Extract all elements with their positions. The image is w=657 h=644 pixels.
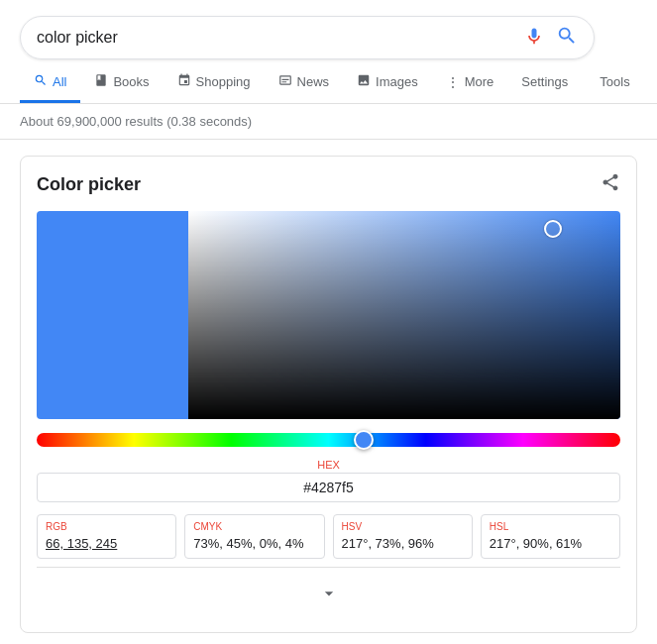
hue-slider-track[interactable] — [37, 433, 620, 447]
hsl-value: 217°, 90%, 61% — [490, 536, 582, 551]
search-icons — [524, 25, 578, 52]
results-count: About 69,900,000 results (0.38 seconds) — [0, 104, 657, 140]
search-tab-icon — [34, 73, 48, 90]
hsv-label: HSV — [342, 521, 464, 532]
tab-tools-label: Tools — [600, 74, 629, 89]
tab-settings-label: Settings — [521, 74, 568, 89]
news-tab-icon — [278, 73, 292, 90]
card-title: Color picker — [37, 174, 141, 195]
cmyk-value: 73%, 45%, 0%, 4% — [193, 536, 303, 551]
rgb-label: RGB — [46, 521, 167, 532]
images-tab-icon — [357, 73, 371, 90]
more-tab-icon — [446, 74, 460, 90]
color-values: RGB 66, 135, 245 CMYK 73%, 45%, 0%, 4% H… — [37, 514, 620, 559]
search-input[interactable] — [37, 29, 524, 47]
gradient-cursor[interactable] — [544, 220, 562, 238]
solid-swatch[interactable] — [37, 211, 188, 419]
rgb-value: 66, 135, 245 — [46, 536, 117, 551]
hsl-value-box[interactable]: HSL 217°, 90%, 61% — [481, 514, 620, 559]
hue-slider-container — [37, 433, 620, 447]
gradient-picker[interactable] — [188, 211, 620, 419]
expand-button[interactable] — [307, 580, 351, 612]
mic-icon[interactable] — [524, 26, 544, 51]
tab-more[interactable]: More — [432, 64, 508, 103]
hex-input[interactable] — [37, 473, 620, 502]
expand-area — [37, 567, 620, 616]
tab-books[interactable]: Books — [80, 63, 163, 103]
shopping-tab-icon — [177, 73, 191, 90]
search-icon[interactable] — [556, 25, 578, 52]
tab-all-label: All — [53, 74, 66, 89]
hsv-value: 217°, 73%, 96% — [342, 536, 434, 551]
tab-tools[interactable]: Tools — [586, 64, 643, 102]
tab-images[interactable]: Images — [343, 63, 432, 103]
share-icon[interactable] — [601, 172, 620, 197]
card-header: Color picker — [37, 172, 620, 197]
search-box — [20, 16, 595, 59]
nav-right-tabs: Settings Tools — [507, 64, 643, 102]
nav-tabs: All Books Shopping News Images More Sett… — [0, 59, 657, 104]
hue-slider-thumb[interactable] — [354, 430, 374, 450]
hex-label: HEX — [317, 459, 340, 471]
tab-books-label: Books — [113, 74, 149, 89]
cmyk-value-box[interactable]: CMYK 73%, 45%, 0%, 4% — [184, 514, 324, 559]
search-area — [0, 0, 657, 59]
tab-shopping-label: Shopping — [196, 74, 251, 89]
tab-images-label: Images — [376, 74, 418, 89]
color-picker-card: Color picker HEX RGB 66, 135, 245 CMYK 7 — [20, 156, 637, 633]
tab-all[interactable]: All — [20, 63, 80, 103]
tab-news-label: News — [297, 74, 330, 89]
tab-more-label: More — [465, 74, 494, 89]
rgb-value-box[interactable]: RGB 66, 135, 245 — [37, 514, 176, 559]
results-count-text: About 69,900,000 results (0.38 seconds) — [20, 114, 252, 129]
tab-shopping[interactable]: Shopping — [164, 63, 265, 103]
cmyk-label: CMYK — [193, 521, 315, 532]
tab-news[interactable]: News — [265, 63, 344, 103]
books-tab-icon — [94, 73, 108, 90]
hex-container: HEX — [37, 459, 620, 502]
hsv-value-box[interactable]: HSV 217°, 73%, 96% — [333, 514, 473, 559]
tab-settings[interactable]: Settings — [507, 64, 582, 102]
color-display[interactable] — [37, 211, 620, 419]
hsl-label: HSL — [490, 521, 611, 532]
